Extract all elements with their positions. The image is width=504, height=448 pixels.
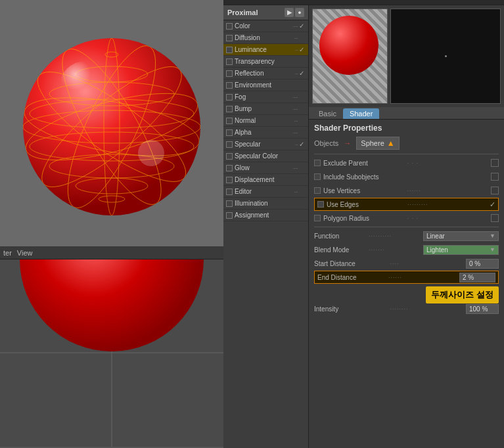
channel-alpha-dots: ·····	[292, 129, 298, 136]
sphere-wireframe	[13, 25, 210, 222]
use-vertices-checkbox[interactable]	[314, 187, 321, 194]
polygon-radius-label: Polygon Radius	[323, 215, 407, 222]
toolbar-view[interactable]: View	[17, 249, 33, 257]
svg-point-18	[59, 61, 112, 114]
polygon-radius-checkbox[interactable]	[314, 215, 321, 221]
start-distance-dots: ····	[390, 260, 467, 267]
channel-specular-color[interactable]: Specular Color	[223, 150, 308, 162]
channel-displacement-checkbox[interactable]	[226, 177, 233, 183]
proximal-title: Proximal	[227, 9, 258, 16]
preview-thumbnail[interactable]	[312, 9, 388, 104]
channel-transparency-checkbox[interactable]	[226, 58, 233, 65]
channel-transparency-check	[298, 58, 306, 66]
channel-diffusion-label: Diffusion	[235, 34, 294, 41]
right-panel: Proximal ▶ ● Color ····· ✓	[223, 0, 504, 448]
divider-2	[314, 227, 499, 227]
tab-bar: Basic Shader	[309, 107, 504, 120]
channel-environment[interactable]: Environment	[223, 79, 308, 91]
exclude-parent-dots: · · ·	[407, 160, 492, 166]
channel-normal-label: Normal	[235, 117, 294, 124]
channel-illumination-checkbox[interactable]	[226, 200, 233, 207]
objects-triangle-icon: ▲	[387, 139, 395, 148]
row-use-edges[interactable]: Use Edges ········· ✓	[314, 198, 499, 211]
channel-reflection-checkbox[interactable]	[226, 70, 233, 77]
channel-specular[interactable]: Specular ··· ✓	[223, 139, 308, 150]
channel-alpha[interactable]: Alpha ·····	[223, 127, 308, 139]
channel-editor[interactable]: Editor ····	[223, 186, 308, 198]
use-edges-checkbox[interactable]	[317, 201, 324, 208]
end-distance-value[interactable]: 2 %	[459, 273, 495, 282]
include-subobjects-checkbox[interactable]	[314, 173, 321, 180]
proximal-icon-circle[interactable]: ●	[295, 8, 304, 17]
channel-illumination[interactable]: Illumination	[223, 198, 308, 210]
function-dropdown[interactable]: Linear ▼	[423, 231, 499, 241]
channel-luminance-label: Luminance	[235, 46, 294, 53]
row-use-vertices[interactable]: Use Vertices ······	[314, 184, 499, 197]
preview-black[interactable]	[390, 9, 501, 104]
channel-fog-check	[298, 93, 306, 101]
channel-environment-checkbox[interactable]	[226, 82, 233, 89]
exclude-parent-checkbox[interactable]	[314, 160, 321, 166]
polygon-radius-dots: · · ·	[407, 215, 492, 221]
channel-color[interactable]: Color ····· ✓	[223, 20, 308, 32]
objects-label: Objects	[314, 139, 338, 147]
channel-specular-color-checkbox[interactable]	[226, 153, 233, 160]
blend-mode-dropdown[interactable]: Lighten ▼	[423, 245, 499, 255]
channel-editor-checkbox[interactable]	[226, 189, 233, 195]
channel-luminance-checkbox[interactable]	[226, 47, 233, 53]
blend-mode-label: Blend Mode	[314, 246, 369, 254]
annotation-box: 두께사이즈 설정	[426, 286, 499, 303]
channel-specular-label: Specular	[235, 141, 294, 148]
toolbar-ter[interactable]: ter	[3, 249, 12, 257]
channel-transparency[interactable]: Transparency	[223, 56, 308, 68]
channel-editor-label: Editor	[235, 188, 294, 195]
start-distance-value[interactable]: 0 %	[466, 259, 499, 269]
tab-shader[interactable]: Shader	[343, 108, 379, 119]
channel-illumination-label: Illumination	[235, 200, 298, 207]
channel-fog-checkbox[interactable]	[226, 94, 233, 101]
svg-point-1	[23, 38, 200, 215]
viewport-3d[interactable]	[0, 0, 223, 246]
row-intensity[interactable]: Intensity ········ 100 %	[314, 302, 499, 315]
channel-diffusion-checkbox[interactable]	[226, 35, 233, 41]
row-end-distance[interactable]: End Distance ······ 2 %	[314, 271, 499, 284]
preview-container	[309, 5, 504, 107]
proximal-icon-arrow[interactable]: ▶	[285, 8, 294, 17]
channel-normal-checkbox[interactable]	[226, 118, 233, 124]
channel-color-checkbox[interactable]	[226, 23, 233, 30]
divider-1	[314, 154, 499, 154]
channel-luminance[interactable]: Luminance ··· ✓	[223, 44, 308, 56]
objects-value-field[interactable]: Sphere ▲	[356, 137, 399, 150]
row-start-distance[interactable]: Start Distance ···· 0 %	[314, 257, 499, 270]
viewport-bottom-scene[interactable]	[0, 259, 223, 448]
channel-bump[interactable]: Bump ·····	[223, 103, 308, 115]
row-function[interactable]: Function ·········· Linear ▼	[314, 229, 499, 242]
channel-bump-checkbox[interactable]	[226, 106, 233, 112]
channel-assignment[interactable]: Assignment	[223, 210, 308, 221]
use-vertices-label: Use Vertices	[323, 187, 407, 194]
channel-displacement[interactable]: Displacement	[223, 174, 308, 186]
channel-assignment-checkbox[interactable]	[226, 212, 233, 219]
channel-specular-checkbox[interactable]	[226, 141, 233, 148]
channel-glow-checkbox[interactable]	[226, 165, 233, 171]
end-distance-label: End Distance	[317, 274, 388, 281]
channel-assignment-check	[298, 212, 306, 219]
exclude-parent-indicator	[491, 159, 499, 167]
intensity-value[interactable]: 100 %	[466, 304, 499, 314]
channel-reflection[interactable]: Reflection ··· ✓	[223, 68, 308, 79]
use-edges-dots: ·········	[407, 201, 488, 208]
row-exclude-parent[interactable]: Exclude Parent · · ·	[314, 156, 499, 169]
channel-fog[interactable]: Fog ·····	[223, 91, 308, 103]
channel-displacement-check	[298, 176, 306, 184]
channel-glow[interactable]: Glow ·····	[223, 162, 308, 174]
channel-diffusion[interactable]: Diffusion ····	[223, 32, 308, 44]
tab-basic[interactable]: Basic	[312, 108, 343, 119]
channel-transparency-label: Transparency	[235, 58, 298, 65]
row-polygon-radius[interactable]: Polygon Radius · · ·	[314, 212, 499, 225]
polygon-radius-indicator	[491, 214, 499, 222]
channel-normal[interactable]: Normal ····	[223, 115, 308, 127]
row-blend-mode[interactable]: Blend Mode ······· Lighten ▼	[314, 243, 499, 256]
channel-diffusion-check	[298, 34, 306, 42]
row-include-subobjects[interactable]: Include Subobjects	[314, 170, 499, 183]
channel-alpha-checkbox[interactable]	[226, 129, 233, 136]
